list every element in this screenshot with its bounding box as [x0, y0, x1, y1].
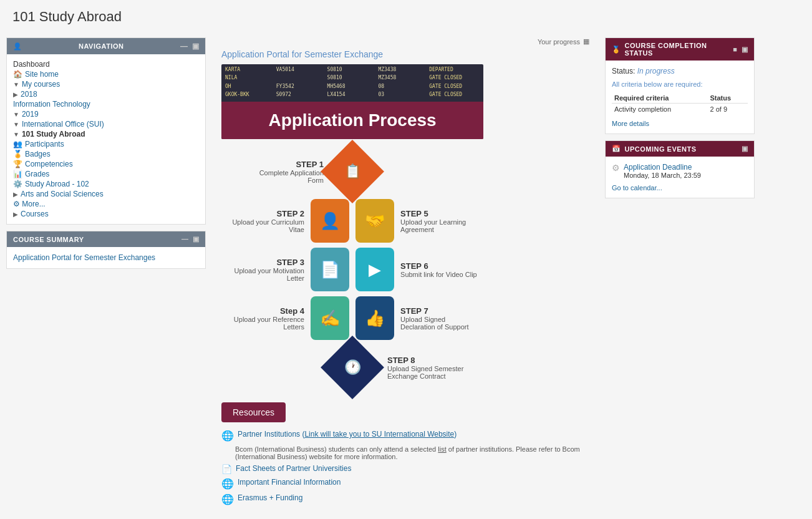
cs-close-icon[interactable]: ▣: [193, 235, 200, 243]
progress-row: Your progress ▦: [221, 37, 589, 46]
expand-icon-101: ▼: [13, 131, 19, 138]
nav-item-infotech[interactable]: Information Technology: [13, 99, 199, 109]
cs-minimize-icon[interactable]: —: [181, 235, 189, 243]
nav-mycourses-label: My courses: [22, 80, 60, 89]
completion-content: Status: In progress All criteria below a…: [606, 61, 754, 133]
nav-infotech-label: Information Technology: [13, 100, 90, 109]
nav-header-icon-person: 👤: [13, 42, 22, 51]
nav-item-102study[interactable]: ⚙️ Study Abroad - 102: [13, 179, 199, 189]
step5-desc: Upload your LearningAgreement: [400, 218, 483, 233]
events-content: ⚙ Application Deadline Monday, 18 March,…: [606, 157, 754, 198]
badges-icon: 🏅: [13, 150, 22, 158]
criteria-cell: Activity completion: [612, 104, 708, 115]
erasmus-link[interactable]: Erasmus + Funding: [238, 493, 302, 502]
expand-icon: ▼: [13, 81, 19, 88]
participants-icon: 👥: [13, 140, 22, 148]
status-cell: 2 of 9: [708, 104, 748, 115]
nav-item-competencies[interactable]: 🏆 Competencies: [13, 159, 199, 169]
step3-desc: Upload your MotivationLetter: [221, 267, 304, 282]
globe-icon-1: 🌐: [221, 430, 234, 442]
more-details-link[interactable]: More details: [612, 120, 748, 127]
events-close-icon[interactable]: ▣: [742, 145, 748, 152]
banner-title: Application Process: [221, 102, 483, 139]
step2-title: STEP 2: [221, 209, 304, 218]
nav-item-more[interactable]: ⚙ More...: [13, 199, 199, 209]
nav-grades-label: Grades: [25, 170, 49, 178]
nav-header-label: NAVIGATION: [79, 42, 123, 50]
step5-icon[interactable]: 🤝: [355, 199, 394, 243]
nav-item-participants[interactable]: 👥 Participants: [13, 139, 199, 149]
course-summary-header-label: COURSE SUMMARY: [13, 236, 84, 243]
resource-item-financial: 🌐 Important Financial Information: [221, 478, 589, 490]
steps-diagram: STEP 1 Complete ApplicationForm 📋 STEP 2…: [221, 149, 483, 390]
right-panel: 🏅 COURSE COMPLETION STATUS ■ ▣ Status: I…: [599, 31, 761, 515]
nav-header: 👤 NAVIGATION — ▣: [7, 38, 205, 54]
financial-link[interactable]: Important Financial Information: [238, 478, 341, 487]
nav-item-courses[interactable]: ▶ Courses: [13, 209, 199, 219]
step7-desc: Upload SignedDeclaration of Support: [400, 316, 483, 331]
nav-item-101study[interactable]: ▼ 101 Study Abroad: [13, 129, 199, 139]
nav-close-icon[interactable]: ▣: [192, 42, 200, 51]
nav-item-2018[interactable]: ▶ 2018: [13, 89, 199, 99]
nav-item-badges[interactable]: 🏅 Badges: [13, 149, 199, 159]
partner-institutions-link[interactable]: Partner Institutions (Link will take you…: [238, 430, 457, 439]
step6-icon[interactable]: ▶: [355, 248, 394, 291]
step1-icon[interactable]: 📋: [321, 140, 384, 203]
step3-icon[interactable]: 📄: [311, 248, 349, 291]
completion-minimize-icon[interactable]: ■: [733, 46, 737, 54]
nav-minimize-icon[interactable]: —: [180, 42, 188, 51]
step7-title: STEP 7: [400, 306, 483, 316]
home-icon: 🏠: [13, 70, 22, 79]
nav-item-dashboard[interactable]: Dashboard: [13, 59, 199, 69]
completion-header-icon: 🏅: [612, 46, 621, 54]
nav-item-2019[interactable]: ▼ 2019: [13, 109, 199, 119]
step4-desc: Upload your ReferenceLetters: [221, 316, 304, 331]
progress-icon: ▦: [583, 37, 589, 46]
status-row: Status: In progress: [612, 67, 748, 75]
nav-item-grades[interactable]: 📊 Grades: [13, 169, 199, 179]
grades-icon: 📊: [13, 170, 22, 178]
step4-icon[interactable]: ✍️: [311, 296, 349, 340]
status-label: Status:: [612, 67, 635, 75]
nav-badges-label: Badges: [25, 150, 51, 158]
banner-title-text: Application Process: [268, 110, 436, 130]
step4-title: Step 4: [221, 306, 304, 316]
nav-item-mycourses[interactable]: ▼ My courses: [13, 79, 199, 89]
events-header-label: UPCOMING EVENTS: [625, 145, 697, 153]
main-content: Your progress ▦ Application Portal for S…: [212, 31, 599, 515]
factsheets-link[interactable]: Fact Sheets of Partner Universities: [236, 464, 351, 473]
course-summary-header: COURSE SUMMARY — ▣: [7, 231, 205, 247]
nav-2018-label: 2018: [21, 90, 37, 99]
event-title-0[interactable]: Application Deadline: [624, 163, 701, 172]
nav-item-sitehome[interactable]: 🏠 Site home: [13, 69, 199, 79]
nav-item-artssocial[interactable]: ▶ Arts and Social Sciences: [13, 189, 199, 199]
portal-title[interactable]: Application Portal for Semester Exchange: [221, 49, 589, 59]
step1-title: STEP 1: [230, 160, 324, 169]
nav-artssocial-label: Arts and Social Sciences: [21, 190, 104, 198]
nav-participants-label: Participants: [25, 140, 64, 148]
nav-item-intloffice[interactable]: ▼ International Office (SUI): [13, 119, 199, 129]
status-col-header: Status: [708, 93, 748, 104]
nav-competencies-label: Competencies: [25, 160, 73, 168]
calendar-link[interactable]: Go to calendar...: [612, 184, 748, 192]
expand-icon-arts: ▶: [13, 191, 18, 198]
step3-title: STEP 3: [221, 258, 304, 267]
step7-icon[interactable]: 👍: [355, 296, 394, 340]
step8-title: STEP 8: [387, 356, 475, 365]
step8-desc: Upload Signed SemesterExchange Contract: [387, 365, 475, 380]
step6-title: STEP 6: [400, 261, 483, 271]
resources-section: Resources 🌐 Partner Institutions (Link w…: [221, 402, 589, 505]
event-item-0: ⚙ Application Deadline Monday, 18 March,…: [612, 163, 748, 179]
nav-2019-label: 2019: [22, 110, 39, 119]
expand-icon-courses: ▶: [13, 211, 18, 218]
events-header: 📅 UPCOMING EVENTS ▣: [606, 141, 754, 157]
page-title: 101 Study Abroad: [0, 0, 812, 31]
step8-icon[interactable]: 🕐: [321, 336, 384, 399]
course-summary-link[interactable]: Application Portal for Semester Exchange…: [7, 247, 205, 268]
resources-button[interactable]: Resources: [221, 402, 286, 422]
completion-close-icon[interactable]: ▣: [742, 46, 748, 54]
completion-block: 🏅 COURSE COMPLETION STATUS ■ ▣ Status: I…: [605, 37, 755, 134]
spinner-icon: ⚙: [612, 163, 620, 173]
step2-icon[interactable]: 👤: [311, 199, 349, 243]
step1-desc: Complete ApplicationForm: [230, 169, 324, 184]
